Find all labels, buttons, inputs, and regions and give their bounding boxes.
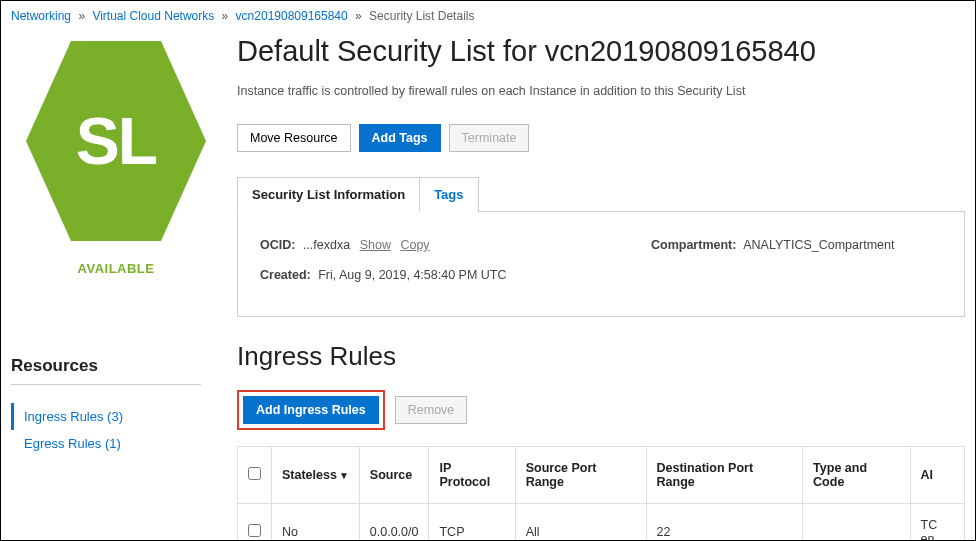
breadcrumb-link-networking[interactable]: Networking: [11, 9, 71, 23]
move-resource-button[interactable]: Move Resource: [237, 124, 351, 152]
sort-desc-icon: ▼: [339, 470, 349, 481]
breadcrumb-link-vcns[interactable]: Virtual Cloud Networks: [92, 9, 214, 23]
ingress-actions: Add Ingress Rules Remove: [237, 390, 965, 430]
status-badge: AVAILABLE: [78, 261, 155, 276]
ocid-show-link[interactable]: Show: [360, 238, 391, 252]
ingress-rules-table: Stateless▼ Source IP Protocol Source Por…: [237, 446, 965, 541]
created-label: Created:: [260, 268, 311, 282]
breadcrumb-current: Security List Details: [369, 9, 474, 23]
page-title: Default Security List for vcn20190809165…: [237, 35, 965, 68]
add-tags-button[interactable]: Add Tags: [359, 124, 441, 152]
highlight-add-ingress: Add Ingress Rules: [237, 390, 385, 430]
tab-tags[interactable]: Tags: [420, 177, 478, 212]
breadcrumb-sep: »: [222, 9, 229, 23]
breadcrumb-link-vcn-detail[interactable]: vcn20190809165840: [236, 9, 348, 23]
resources-heading: Resources: [11, 356, 201, 385]
ocid-value: ...fexdxa: [303, 238, 350, 252]
page-subtitle: Instance traffic is controlled by firewa…: [237, 84, 965, 98]
resource-code: SL: [76, 103, 156, 179]
terminate-button[interactable]: Terminate: [449, 124, 530, 152]
cell-ip-protocol: TCP: [429, 504, 515, 542]
cell-type-code: [803, 504, 911, 542]
col-ip-protocol[interactable]: IP Protocol: [429, 447, 515, 504]
table-row[interactable]: No 0.0.0.0/0 TCP All 22 TC en: [238, 504, 965, 542]
table-header-row: Stateless▼ Source IP Protocol Source Por…: [238, 447, 965, 504]
col-source-port[interactable]: Source Port Range: [515, 447, 646, 504]
tab-security-list-info[interactable]: Security List Information: [237, 177, 420, 212]
col-stateless[interactable]: Stateless▼: [272, 447, 360, 504]
compartment-value: ANALYTICS_Compartment: [743, 238, 894, 252]
col-type-code[interactable]: Type and Code: [803, 447, 911, 504]
select-all-checkbox[interactable]: [248, 467, 261, 480]
ocid-copy-link[interactable]: Copy: [400, 238, 429, 252]
sidebar-item-ingress-rules[interactable]: Ingress Rules (3): [11, 403, 221, 430]
created-value: Fri, Aug 9, 2019, 4:58:40 PM UTC: [318, 268, 506, 282]
row-checkbox[interactable]: [248, 524, 261, 537]
add-ingress-rules-button[interactable]: Add Ingress Rules: [243, 396, 379, 424]
tabs: Security List Information Tags: [237, 176, 965, 212]
info-panel: OCID: ...fexdxa Show Copy Created: Fri, …: [237, 212, 965, 317]
resources-list: Ingress Rules (3) Egress Rules (1): [11, 403, 221, 457]
cell-dest-port: 22: [646, 504, 803, 542]
sidebar-item-egress-rules[interactable]: Egress Rules (1): [11, 430, 221, 457]
hexagon-icon: SL: [26, 41, 206, 241]
cell-source-port: All: [515, 504, 646, 542]
ocid-label: OCID:: [260, 238, 295, 252]
col-source[interactable]: Source: [359, 447, 429, 504]
cell-allows: TC en: [910, 504, 964, 542]
breadcrumb: Networking » Virtual Cloud Networks » vc…: [1, 1, 975, 31]
breadcrumb-sep: »: [78, 9, 85, 23]
ingress-rules-heading: Ingress Rules: [237, 341, 965, 372]
compartment-label: Compartment:: [651, 238, 736, 252]
col-dest-port[interactable]: Destination Port Range: [646, 447, 803, 504]
cell-source: 0.0.0.0/0: [359, 504, 429, 542]
action-buttons: Move Resource Add Tags Terminate: [237, 124, 965, 152]
resource-avatar: SL AVAILABLE: [11, 41, 221, 276]
col-allows[interactable]: Al: [910, 447, 964, 504]
remove-button[interactable]: Remove: [395, 396, 468, 424]
breadcrumb-sep: »: [355, 9, 362, 23]
cell-stateless: No: [272, 504, 360, 542]
